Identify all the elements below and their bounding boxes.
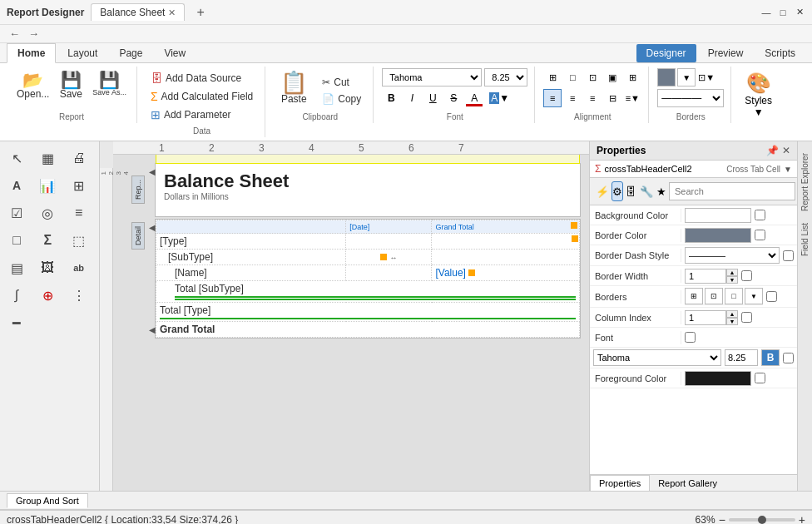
strikethrough-btn[interactable]: S bbox=[444, 89, 463, 107]
prop-borders-checkbox[interactable] bbox=[766, 291, 777, 302]
zoom-in-btn[interactable]: + bbox=[799, 513, 805, 525]
borders-more-btn[interactable]: ⊡▼ bbox=[697, 68, 715, 87]
tool-chart[interactable]: 📊 bbox=[34, 172, 61, 199]
align-more-btn[interactable]: ≡▼ bbox=[623, 89, 641, 107]
prop-tab-properties[interactable]: ⚙ bbox=[611, 181, 623, 201]
open-btn[interactable]: 📂 Open... bbox=[13, 70, 52, 101]
prop-tab-actions[interactable]: ⚡ bbox=[595, 181, 610, 201]
tab-designer[interactable]: Designer bbox=[636, 44, 696, 62]
border-inner-btn[interactable]: ⊡ bbox=[583, 68, 602, 87]
tool-shape[interactable]: □ bbox=[3, 227, 30, 254]
save-btn[interactable]: 💾 Save bbox=[56, 70, 86, 101]
prop-font-checkbox[interactable] bbox=[685, 332, 696, 343]
prop-border-width-down[interactable]: ▼ bbox=[726, 276, 738, 284]
maximize-btn[interactable]: □ bbox=[777, 7, 789, 18]
prop-tab-tools[interactable]: 🔧 bbox=[639, 181, 654, 201]
tool-label[interactable]: A bbox=[3, 172, 30, 199]
tab-view[interactable]: View bbox=[154, 43, 196, 62]
tool-list[interactable]: ≡ bbox=[66, 200, 92, 226]
border-style-btn[interactable]: ▼ bbox=[677, 68, 696, 87]
cut-btn[interactable]: ✂ Cut bbox=[317, 75, 366, 90]
close-btn[interactable]: ✕ bbox=[794, 7, 805, 18]
highlight-btn[interactable]: A▼ bbox=[486, 89, 512, 107]
border-none-btn[interactable]: ▣ bbox=[603, 68, 621, 87]
prop-border-colorbox[interactable] bbox=[685, 228, 751, 243]
prop-border-dash-select[interactable]: ———— - - - - · · · · bbox=[685, 247, 780, 264]
group-sort-tab[interactable]: Group And Sort bbox=[7, 493, 88, 508]
add-calculated-field-btn[interactable]: Σ Add Calculated Field bbox=[146, 88, 258, 105]
prop-font-row-checkbox[interactable] bbox=[783, 353, 794, 363]
element-dropdown-arrow[interactable]: ▼ bbox=[784, 165, 792, 174]
tool-sparkline[interactable]: ∫ bbox=[3, 282, 30, 309]
align-justify-btn[interactable]: ⊟ bbox=[603, 89, 621, 107]
border-line-select[interactable]: ———— bbox=[657, 89, 724, 107]
collapse-arrow-3[interactable]: ◀ bbox=[149, 325, 156, 334]
font-size-select[interactable]: 8.25 bbox=[484, 68, 527, 87]
prop-border-width-checkbox[interactable] bbox=[741, 270, 752, 281]
tool-text[interactable]: ab bbox=[66, 255, 92, 281]
prop-tab-gallery-btn[interactable]: Report Gallery bbox=[650, 475, 725, 491]
font-color-btn[interactable]: A bbox=[465, 89, 483, 107]
collapse-arrow[interactable]: ◀ bbox=[149, 167, 156, 176]
tab-scripts[interactable]: Scripts bbox=[755, 44, 805, 62]
prop-border-btn-outer[interactable]: □ bbox=[725, 288, 743, 304]
prop-font-size-input[interactable] bbox=[725, 349, 758, 366]
prop-tab-data[interactable]: 🗄 bbox=[625, 181, 637, 201]
tool-table[interactable]: ⬚ bbox=[66, 227, 92, 254]
zoom-out-btn[interactable]: − bbox=[719, 513, 725, 525]
prop-border-width-input[interactable] bbox=[685, 269, 726, 284]
prop-bg-checkbox[interactable] bbox=[755, 210, 765, 220]
prop-border-dropdown[interactable]: ▼ bbox=[745, 288, 763, 304]
border-full-btn[interactable]: ⊞ bbox=[543, 68, 562, 87]
tool-grid[interactable]: ⋮ bbox=[66, 282, 92, 309]
tool-subreport[interactable]: Σ bbox=[34, 227, 61, 254]
tool-panel[interactable]: ▤ bbox=[3, 255, 30, 281]
document-tab[interactable]: Balance Sheet ✕ bbox=[91, 3, 185, 21]
prop-close-btn[interactable]: ✕ bbox=[782, 145, 790, 156]
tool-checkbox[interactable]: ☑ bbox=[3, 200, 30, 226]
prop-font-family[interactable]: Tahoma bbox=[593, 349, 721, 366]
tab-page[interactable]: Page bbox=[109, 43, 152, 62]
new-tab-btn[interactable]: + bbox=[191, 5, 209, 20]
undo-btn[interactable]: ← bbox=[7, 27, 22, 41]
align-center-btn[interactable]: ≡ bbox=[563, 89, 582, 107]
prop-tab-favorites[interactable]: ★ bbox=[656, 181, 667, 201]
align-left-btn[interactable]: ≡ bbox=[543, 89, 562, 107]
prop-col-index-input[interactable] bbox=[685, 310, 726, 325]
save-as-btn[interactable]: 💾 Save As... bbox=[89, 70, 130, 98]
bold-btn[interactable]: B bbox=[382, 89, 400, 107]
prop-bg-colorbox[interactable] bbox=[685, 208, 751, 223]
add-data-source-btn[interactable]: 🗄 Add Data Source bbox=[146, 70, 246, 87]
tab-preview[interactable]: Preview bbox=[698, 44, 754, 62]
prop-border-dash-checkbox[interactable] bbox=[783, 250, 794, 261]
border-more-btn[interactable]: ⊞ bbox=[623, 68, 641, 87]
align-right-btn[interactable]: ≡ bbox=[583, 89, 602, 107]
tool-barcode[interactable]: ▦ bbox=[34, 145, 61, 171]
prop-font-bold-btn[interactable]: B bbox=[761, 349, 780, 366]
canvas-container[interactable]: 1 2 3 4 5 6 7 1234 Rep... bbox=[100, 141, 589, 491]
prop-col-index-checkbox[interactable] bbox=[741, 312, 752, 323]
prop-tab-properties-btn[interactable]: Properties bbox=[590, 475, 650, 491]
copy-btn[interactable]: 📄 Copy bbox=[317, 91, 366, 106]
add-parameter-btn[interactable]: ⊞ Add Parameter bbox=[146, 106, 236, 123]
prop-fg-checkbox[interactable] bbox=[755, 373, 765, 383]
minimize-btn[interactable]: — bbox=[760, 7, 772, 18]
collapse-arrow-2[interactable]: ◀ bbox=[149, 223, 156, 232]
prop-fg-colorbox[interactable] bbox=[685, 371, 751, 386]
prop-col-index-up[interactable]: ▲ bbox=[726, 310, 738, 318]
paste-btn[interactable]: 📋 Paste bbox=[274, 70, 314, 106]
border-outer-btn[interactable]: □ bbox=[563, 68, 582, 87]
underline-btn[interactable]: U bbox=[423, 89, 442, 107]
prop-border-btn-full[interactable]: ⊞ bbox=[685, 288, 703, 304]
tool-picture[interactable]: 🖼 bbox=[34, 255, 61, 281]
tool-gauge[interactable]: ◎ bbox=[34, 200, 61, 226]
redo-btn[interactable]: → bbox=[26, 27, 42, 41]
prop-border-btn-inner[interactable]: ⊡ bbox=[705, 288, 723, 304]
zoom-slider[interactable] bbox=[729, 518, 795, 522]
tab-close-btn[interactable]: ✕ bbox=[168, 7, 176, 18]
tool-cross-tab[interactable]: ⊞ bbox=[66, 172, 92, 199]
tab-home[interactable]: Home bbox=[7, 43, 56, 63]
tool-point[interactable]: ⊕ bbox=[34, 282, 61, 309]
tab-layout[interactable]: Layout bbox=[57, 43, 107, 62]
prop-pin-btn[interactable]: 📌 bbox=[766, 145, 779, 156]
